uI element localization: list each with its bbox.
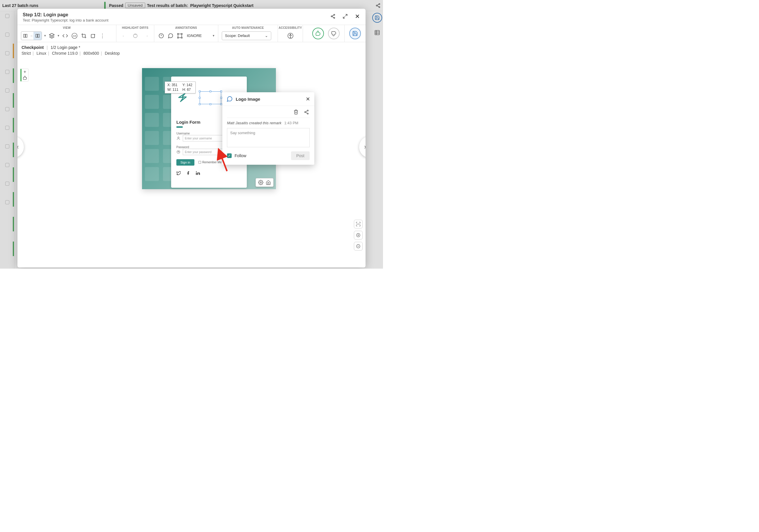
svg-rect-8 bbox=[25, 34, 27, 37]
svg-rect-7 bbox=[23, 34, 25, 37]
gear-icon[interactable] bbox=[258, 180, 263, 185]
section-highlight-label: HIGHLIGHT DIFFS bbox=[116, 25, 154, 29]
remark-time: 1:43 PM bbox=[284, 121, 298, 125]
svg-rect-20 bbox=[178, 37, 179, 38]
svg-point-23 bbox=[290, 34, 291, 35]
env-browser: Chrome 119.0 bbox=[52, 51, 78, 56]
comment-icon bbox=[226, 96, 233, 102]
svg-text:100%: 100% bbox=[356, 223, 360, 225]
svg-marker-11 bbox=[50, 33, 55, 35]
user-icon bbox=[177, 136, 180, 140]
zoom-fit-button[interactable]: 100% bbox=[354, 220, 363, 228]
env-line: Strict| Linux| Chrome 119.0| 800x600| De… bbox=[18, 51, 366, 57]
thumb-thumbs-up-icon bbox=[23, 76, 27, 80]
remark-icon[interactable] bbox=[167, 32, 174, 39]
chevron-down-icon: ⌄ bbox=[265, 33, 268, 38]
thumbs-down-button[interactable] bbox=[328, 28, 340, 39]
step-editor-modal: Step 1/2: Login page Test: Playwright Ty… bbox=[18, 9, 366, 267]
selection-box[interactable] bbox=[200, 91, 221, 104]
svg-rect-21 bbox=[181, 37, 182, 38]
env-device: Desktop bbox=[105, 51, 120, 56]
compare-mode-toggle[interactable]: → bbox=[21, 31, 42, 40]
sel-h: H: 67 bbox=[182, 88, 192, 92]
follow-label: Follow bbox=[235, 153, 246, 158]
save-button[interactable] bbox=[349, 28, 361, 39]
sel-w: W: 111 bbox=[167, 88, 179, 92]
remark-input[interactable]: Say something bbox=[227, 128, 310, 147]
issue-icon[interactable] bbox=[158, 32, 165, 39]
selection-tooltip: X: 351 Y: 142 W: 111 H: 67 bbox=[165, 81, 196, 94]
section-automaint-label: AUTO MAINTENANCE bbox=[218, 25, 278, 29]
more-icon[interactable]: ⋮ bbox=[99, 32, 106, 39]
code-icon[interactable] bbox=[62, 32, 69, 39]
scope-value: Scope: Default bbox=[225, 33, 250, 38]
post-button[interactable]: Post bbox=[291, 151, 310, 160]
zoom-in-button[interactable] bbox=[354, 231, 363, 239]
svg-rect-18 bbox=[178, 33, 179, 34]
share-icon[interactable] bbox=[304, 109, 309, 115]
svg-rect-26 bbox=[196, 173, 197, 175]
svg-rect-19 bbox=[181, 33, 182, 34]
close-icon[interactable] bbox=[354, 13, 360, 19]
popover-title: Logo Image bbox=[236, 97, 260, 102]
sel-y: Y: 142 bbox=[182, 83, 192, 88]
next-diff-icon[interactable]: › bbox=[144, 32, 150, 39]
remark-placeholder: Say something bbox=[230, 131, 255, 135]
remember-checkbox[interactable]: Remember Me bbox=[198, 161, 221, 164]
ab-icon[interactable]: A/B bbox=[71, 32, 78, 39]
share-icon[interactable] bbox=[330, 13, 336, 19]
scope-select[interactable]: Scope: Default ⌄ bbox=[222, 31, 271, 40]
remark-popover: Logo Image Matt Jasaitis created this re… bbox=[222, 92, 314, 165]
accessibility-icon[interactable] bbox=[287, 32, 294, 39]
popover-close-icon[interactable] bbox=[305, 97, 310, 101]
svg-text:A/B: A/B bbox=[73, 34, 76, 37]
fingerprint-icon bbox=[177, 150, 180, 154]
toolbar: VIEW → ▾ ▾ A/B bbox=[18, 25, 366, 42]
breadcrumb-checkpoint: Checkpoint bbox=[21, 45, 44, 50]
remark-author: Matt Jasaitis created this remark bbox=[227, 121, 281, 125]
svg-line-33 bbox=[221, 156, 227, 171]
section-annotations-label: ANNOTATIONS bbox=[154, 25, 218, 29]
svg-rect-14 bbox=[91, 34, 95, 38]
expand-icon[interactable] bbox=[342, 13, 348, 19]
section-view-label: VIEW bbox=[18, 25, 116, 29]
canvas-float-controls bbox=[256, 178, 274, 187]
thumbs-up-button[interactable] bbox=[312, 28, 324, 39]
annotation-arrow bbox=[219, 154, 231, 172]
home-icon[interactable] bbox=[266, 180, 271, 185]
layers-icon[interactable] bbox=[48, 32, 55, 39]
chevron-down-icon[interactable]: ▾ bbox=[44, 34, 46, 38]
env-viewport: 800x600 bbox=[84, 51, 99, 56]
prev-diff-icon[interactable]: ‹ bbox=[120, 32, 127, 39]
modal-title: Step 1/2: Login page bbox=[23, 12, 330, 18]
zoom-out-button[interactable] bbox=[354, 242, 363, 251]
delete-icon[interactable] bbox=[293, 109, 299, 115]
breadcrumb: Checkpoint | 1/2 Login page * bbox=[18, 42, 366, 51]
sel-x: X: 351 bbox=[167, 83, 179, 88]
chevron-down-icon[interactable]: ▾ bbox=[213, 34, 215, 38]
breadcrumb-step: 1/2 Login page * bbox=[51, 45, 80, 50]
svg-point-28 bbox=[260, 182, 261, 184]
modal-subtitle: Test: Playwright Typescript: log into a … bbox=[23, 18, 330, 22]
prev-step-button[interactable]: ‹ bbox=[18, 136, 24, 158]
sign-in-button[interactable]: Sign in bbox=[177, 159, 194, 166]
facebook-icon[interactable] bbox=[186, 171, 190, 176]
twitter-icon[interactable] bbox=[177, 171, 181, 176]
svg-rect-9 bbox=[36, 34, 37, 37]
sparkle-icon[interactable] bbox=[90, 32, 97, 39]
svg-point-24 bbox=[178, 137, 179, 138]
env-strict: Strict bbox=[21, 51, 31, 56]
region-icon[interactable] bbox=[177, 32, 183, 39]
step-thumb[interactable]: + bbox=[20, 69, 28, 81]
plus-icon[interactable]: + bbox=[23, 70, 26, 74]
chevron-down-icon[interactable]: ▾ bbox=[58, 34, 60, 38]
modal-header: Step 1/2: Login page Test: Playwright Ty… bbox=[18, 9, 366, 25]
ignore-label: IGNORE bbox=[187, 33, 202, 38]
crop-icon[interactable] bbox=[80, 32, 87, 39]
target-diff-icon[interactable] bbox=[132, 32, 139, 39]
svg-point-27 bbox=[196, 171, 197, 172]
next-step-button[interactable]: › bbox=[359, 136, 366, 158]
svg-rect-10 bbox=[38, 34, 39, 37]
zoom-controls: 100% bbox=[354, 220, 363, 251]
linkedin-icon[interactable] bbox=[196, 171, 200, 176]
